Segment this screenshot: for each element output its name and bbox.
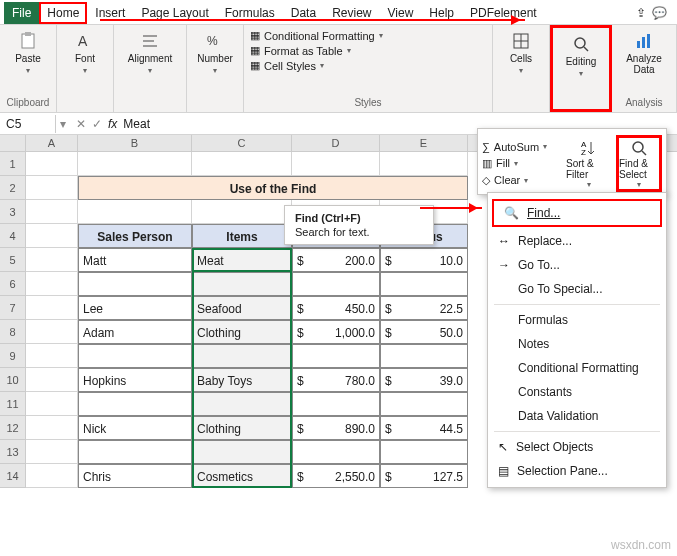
name-box[interactable]: C5 [0,115,56,133]
cell-sales[interactable] [292,392,380,416]
col-b[interactable]: B [78,135,192,151]
menu-selection-pane[interactable]: ▤Selection Pane... [488,459,666,483]
comments-icon[interactable]: 💬 [652,6,667,20]
enter-icon[interactable]: ✓ [92,117,102,131]
cell-bonus[interactable] [380,344,468,368]
cell-styles-button[interactable]: ▦Cell Styles ▾ [250,59,486,72]
clear-button[interactable]: ◇Clear ▾ [482,174,562,187]
select-all-corner[interactable] [0,135,26,151]
row-1[interactable]: 1 [0,152,26,176]
cell-person[interactable]: Matt [78,248,192,272]
row-14[interactable]: 14 [0,464,26,488]
cell-person[interactable]: Chris [78,464,192,488]
fill-button[interactable]: ▥Fill ▾ [482,157,562,170]
number-button[interactable]: % Number▾ [193,29,237,77]
group-clipboard: Paste▾ Clipboard [0,25,57,112]
cell-sales[interactable] [292,344,380,368]
cell-items[interactable]: Cosmetics [192,464,292,488]
editing-button[interactable]: Editing▾ [559,32,603,80]
autosum-button[interactable]: ∑AutoSum ▾ [482,141,562,153]
col-a[interactable]: A [26,135,78,151]
conditional-formatting-button[interactable]: ▦Conditional Formatting ▾ [250,29,486,42]
cells-button[interactable]: Cells▾ [499,29,543,77]
col-e[interactable]: E [380,135,468,151]
cell-items[interactable] [192,344,292,368]
col-c[interactable]: C [192,135,292,151]
cell-bonus[interactable]: 50.0 [380,320,468,344]
cell-items[interactable]: Clothing [192,416,292,440]
cell-items[interactable] [192,440,292,464]
cell-bonus[interactable]: 44.5 [380,416,468,440]
col-d[interactable]: D [292,135,380,151]
cell-person[interactable]: Hopkins [78,368,192,392]
cell-sales[interactable]: 450.0 [292,296,380,320]
font-button[interactable]: A Font▾ [63,29,107,77]
menu-data-validation[interactable]: Data Validation [488,404,666,428]
menu-cond-format[interactable]: Conditional Formatting [488,356,666,380]
cell-bonus[interactable]: 22.5 [380,296,468,320]
title-cell[interactable]: Use of the Find [78,176,468,200]
tab-file[interactable]: File [4,2,39,24]
menu-notes[interactable]: Notes [488,332,666,356]
cell-person[interactable] [78,392,192,416]
cell-sales[interactable]: 780.0 [292,368,380,392]
row-8[interactable]: 8 [0,320,26,344]
cell-person[interactable]: Nick [78,416,192,440]
cell-bonus[interactable] [380,440,468,464]
hdr-person[interactable]: Sales Person [78,224,192,248]
cell-items[interactable]: Baby Toys [192,368,292,392]
menu-goto[interactable]: →Go To... [488,253,666,277]
cell-sales[interactable]: 200.0 [292,248,380,272]
cell-sales[interactable] [292,440,380,464]
share-icon[interactable]: ⇪ [636,6,646,20]
cell-sales[interactable] [292,272,380,296]
cancel-icon[interactable]: ✕ [76,117,86,131]
cell-items[interactable]: Clothing [192,320,292,344]
paste-button[interactable]: Paste▾ [6,29,50,77]
analyze-data-button[interactable]: Analyze Data [618,29,670,77]
cell-person[interactable] [78,344,192,368]
cell-person[interactable] [78,440,192,464]
row-10[interactable]: 10 [0,368,26,392]
menu-find[interactable]: 🔍Find... [492,199,662,227]
formula-input[interactable]: Meat [123,117,150,131]
name-box-drop-icon[interactable]: ▾ [56,117,70,131]
cell-items[interactable]: Meat [192,248,292,272]
row-12[interactable]: 12 [0,416,26,440]
cell-person[interactable]: Adam [78,320,192,344]
row-2[interactable]: 2 [0,176,26,200]
row-13[interactable]: 13 [0,440,26,464]
menu-goto-special[interactable]: Go To Special... [488,277,666,301]
cell-sales[interactable]: 1,000.0 [292,320,380,344]
alignment-button[interactable]: Alignment▾ [120,29,180,77]
format-as-table-button[interactable]: ▦Format as Table ▾ [250,44,486,57]
cell-bonus[interactable] [380,272,468,296]
find-select-button[interactable]: Find & Select▾ [616,135,662,192]
menu-replace[interactable]: ↔Replace... [488,229,666,253]
cell-person[interactable]: Lee [78,296,192,320]
menu-constants[interactable]: Constants [488,380,666,404]
cell-items[interactable] [192,272,292,296]
row-11[interactable]: 11 [0,392,26,416]
cell-sales[interactable]: 890.0 [292,416,380,440]
menu-formulas[interactable]: Formulas [488,308,666,332]
tab-home[interactable]: Home [39,2,87,24]
cell-bonus[interactable]: 39.0 [380,368,468,392]
cell-person[interactable] [78,272,192,296]
cell-items[interactable]: Seafood [192,296,292,320]
cell-bonus[interactable] [380,392,468,416]
row-9[interactable]: 9 [0,344,26,368]
cell-bonus[interactable]: 10.0 [380,248,468,272]
cell-bonus[interactable]: 127.5 [380,464,468,488]
row-7[interactable]: 7 [0,296,26,320]
cell-items[interactable] [192,392,292,416]
menu-select-objects[interactable]: ↖Select Objects [488,435,666,459]
row-6[interactable]: 6 [0,272,26,296]
cell-sales[interactable]: 2,550.0 [292,464,380,488]
row-5[interactable]: 5 [0,248,26,272]
sort-filter-button[interactable]: AZ Sort & Filter▾ [566,138,612,189]
row-4[interactable]: 4 [0,224,26,248]
fx-icon[interactable]: fx [108,117,117,131]
row-3[interactable]: 3 [0,200,26,224]
hdr-items[interactable]: Items [192,224,292,248]
